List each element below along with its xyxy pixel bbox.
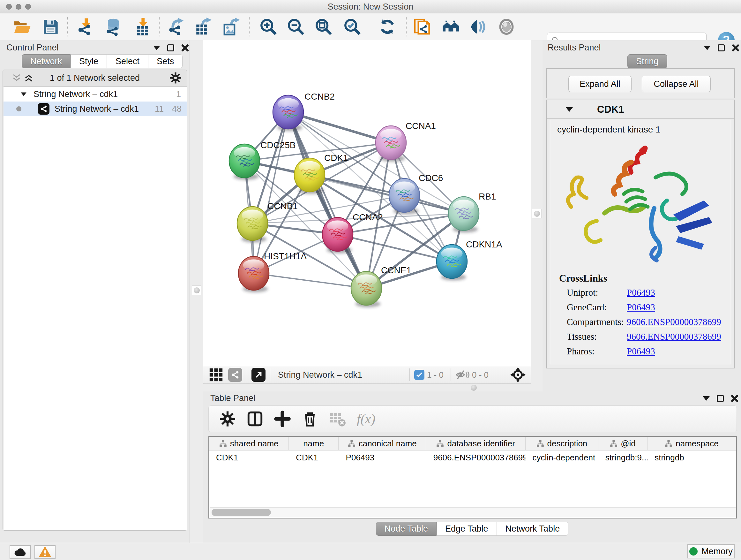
network-node-CCNA1[interactable]: CCNA1 [376, 121, 436, 162]
results-panel-title: Results Panel [548, 43, 601, 53]
network-options-gear-icon[interactable] [170, 72, 182, 84]
control-panel-close-icon[interactable] [181, 44, 189, 52]
table-panel-collapse-icon[interactable] [703, 396, 710, 401]
cell-id[interactable]: stringdb:9... [598, 453, 648, 462]
cell-name[interactable]: CDK1 [289, 453, 339, 462]
import-network-database-icon[interactable] [104, 17, 123, 36]
network-edge-CCNB2-CCNE1[interactable] [288, 112, 366, 288]
crosslink-uniprot-link[interactable]: P06493 [627, 287, 655, 298]
collapse-all-button[interactable]: Collapse All [642, 76, 711, 92]
scrollbar-thumb[interactable] [212, 509, 271, 516]
cell-namespace[interactable]: stringdb [648, 453, 736, 462]
network-edge-count: 48 [172, 104, 182, 114]
memory-button[interactable]: Memory [687, 544, 735, 558]
table-options-gear-icon[interactable] [219, 410, 236, 428]
network-edge-CCNB2-CCNA1[interactable] [288, 112, 391, 143]
left-splitter-handle[interactable] [192, 286, 201, 295]
birdseye-view-icon[interactable] [209, 368, 223, 382]
preview-ball-icon[interactable] [497, 17, 516, 36]
results-panel-collapse-icon[interactable] [704, 46, 711, 50]
collection-expander-icon[interactable] [21, 92, 26, 96]
hide-panel-icon[interactable] [469, 17, 488, 36]
cell-database-identifier[interactable]: 9606.ENSP00000378699 [426, 453, 526, 462]
network-node-CCNE1[interactable]: CCNE1 [351, 265, 411, 307]
string-home-icon[interactable] [442, 17, 460, 36]
table-splitter-handle[interactable] [471, 385, 477, 391]
cloud-status-button[interactable] [10, 545, 30, 559]
column-header-namespace[interactable]: namespace [648, 437, 736, 450]
tab-network[interactable]: Network [22, 54, 71, 68]
tab-style[interactable]: Style [71, 54, 107, 68]
entry-collapse-icon[interactable] [566, 107, 573, 112]
right-splitter[interactable] [531, 40, 543, 391]
network-edge-CCNB2-HIST1H1A[interactable] [254, 112, 288, 273]
entry-header[interactable]: CDK1 [547, 101, 734, 119]
zoom-selected-icon[interactable] [343, 17, 361, 36]
crosslink-pharos-link[interactable]: P06493 [627, 346, 655, 357]
export-image-icon[interactable] [222, 17, 241, 36]
table-horizontal-scrollbar[interactable] [210, 507, 736, 517]
right-splitter-handle[interactable] [532, 209, 542, 219]
import-clipboard-icon[interactable] [413, 17, 431, 36]
control-panel-tabs: Network Style Select Sets [22, 54, 183, 68]
column-header-name[interactable]: name [289, 437, 339, 450]
string-view-icon[interactable] [228, 368, 242, 382]
network-node-RB1[interactable]: RB1 [448, 192, 496, 233]
column-header-canonical-name[interactable]: canonical name [339, 437, 426, 450]
left-splitter[interactable] [190, 40, 204, 543]
delete-column-icon[interactable] [301, 410, 319, 428]
show-columns-icon[interactable] [246, 410, 264, 428]
network-node-CDC25B[interactable]: CDC25B [229, 140, 295, 180]
table-row[interactable]: CDK1 CDK1 P06493 9606.ENSP00000378699 cy… [209, 450, 736, 464]
network-row[interactable]: String Network – cdk1 11 48 [3, 102, 187, 116]
import-network-file-icon[interactable] [77, 17, 95, 36]
network-edge-HIST1H1A-CCNE1[interactable] [254, 273, 366, 288]
control-panel-float-icon[interactable] [167, 44, 174, 51]
cell-canonical-name[interactable]: P06493 [339, 453, 426, 462]
export-table-icon[interactable] [194, 17, 212, 36]
network-graph[interactable]: CCNB2CCNA1CDC25BCDK1CDC6RB1CCNB1CCNA2CDK… [203, 40, 531, 366]
column-header-shared-name[interactable]: shared name [209, 437, 289, 450]
tab-node-table[interactable]: Node Table [376, 522, 436, 536]
crosslink-compartments-link[interactable]: 9606.ENSP00000378699 [627, 317, 721, 327]
column-header-id[interactable]: @id [598, 437, 648, 450]
network-node-label-RB1: RB1 [479, 192, 496, 201]
tab-sets[interactable]: Sets [148, 54, 183, 68]
tab-edge-table[interactable]: Edge Table [436, 522, 497, 536]
column-header-description[interactable]: description [526, 437, 598, 450]
crosslink-genecard-link[interactable]: P06493 [627, 302, 655, 313]
cell-description[interactable]: cyclin-dependent ... [526, 453, 598, 462]
open-session-icon[interactable] [13, 17, 31, 36]
network-node-CDC6[interactable]: CDC6 [389, 173, 443, 214]
network-node-HIST1H1A[interactable]: HIST1H1A [239, 251, 307, 293]
cell-shared-name[interactable]: CDK1 [209, 453, 289, 462]
network-collection-row[interactable]: String Network – cdk1 1 [3, 87, 187, 102]
results-panel-close-icon[interactable] [732, 44, 739, 52]
network-view-canvas[interactable]: CCNB2CCNA1CDC25BCDK1CDC6RB1CCNB1CCNA2CDK… [203, 40, 531, 366]
open-in-window-icon[interactable] [252, 368, 266, 382]
results-panel-float-icon[interactable] [718, 44, 725, 51]
refresh-view-icon[interactable] [378, 17, 397, 36]
selected-checkbox-icon[interactable] [414, 370, 424, 380]
import-table-icon[interactable] [133, 17, 152, 36]
save-session-icon[interactable] [42, 17, 60, 36]
zoom-out-icon[interactable] [286, 17, 305, 36]
create-column-icon[interactable] [274, 410, 291, 428]
tab-network-table[interactable]: Network Table [497, 522, 569, 536]
warning-status-button[interactable] [35, 545, 56, 559]
control-panel-collapse-icon[interactable] [153, 46, 160, 50]
table-panel-close-icon[interactable] [731, 395, 738, 402]
collection-count: 1 [176, 89, 181, 99]
fit-selected-crosshair-icon[interactable] [510, 367, 526, 382]
crosslink-tissues-link[interactable]: 9606.ENSP00000378699 [627, 331, 721, 342]
export-network-icon[interactable] [166, 17, 185, 36]
zoom-in-icon[interactable] [259, 17, 278, 36]
zoom-fit-icon[interactable] [314, 17, 333, 36]
network-node-CCNB2[interactable]: CCNB2 [273, 91, 335, 131]
expand-all-button[interactable]: Expand All [568, 76, 631, 92]
tab-string-results[interactable]: String [627, 54, 667, 68]
tab-select[interactable]: Select [107, 54, 148, 68]
network-node-CDKN1A[interactable]: CDKN1A [436, 240, 502, 281]
column-header-database-identifier[interactable]: database identifier [426, 437, 525, 450]
table-panel-float-icon[interactable] [717, 395, 724, 402]
